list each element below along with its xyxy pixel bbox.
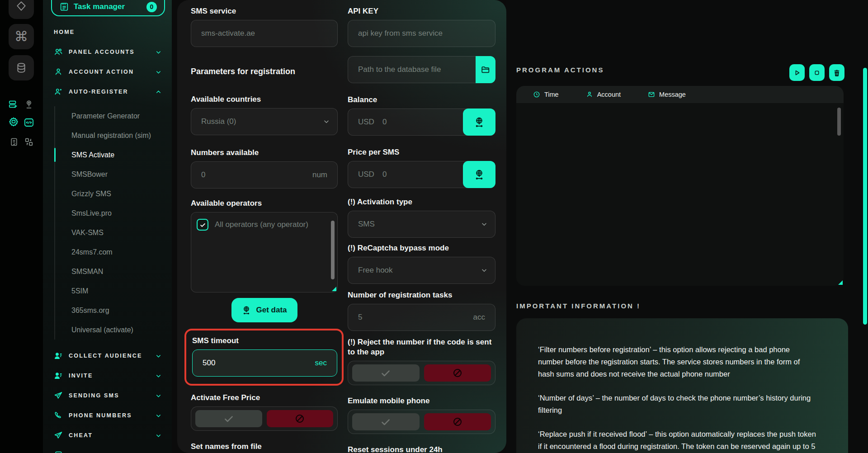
toggle-no-button[interactable]: [424, 364, 491, 382]
delete-button[interactable]: [829, 64, 844, 81]
sidebar-item-contact-book[interactable]: CONTACT BOOK: [43, 445, 172, 453]
icon-rail: ⌘: [0, 0, 43, 453]
check-icon: [380, 367, 392, 379]
get-data-button[interactable]: Get data: [231, 298, 297, 322]
code-window-icon[interactable]: [24, 117, 34, 128]
sidebar-item-home[interactable]: HOME: [43, 22, 172, 42]
column-time[interactable]: Time: [533, 91, 559, 98]
globe-network-icon: [473, 116, 485, 128]
sms-service-input[interactable]: sms-activate.ae: [191, 20, 338, 47]
chevron-down-icon: [481, 267, 488, 274]
trash-icon: [833, 69, 841, 77]
all-operators-checkbox[interactable]: [197, 219, 208, 231]
chevron-down-icon: [155, 49, 162, 56]
column-message[interactable]: Message: [648, 91, 686, 98]
server-check-icon[interactable]: [8, 99, 18, 109]
submenu-item-manual-registration[interactable]: Manual registration (sim): [55, 126, 172, 145]
db-path-input[interactable]: Path to the database file: [348, 56, 495, 83]
num-suffix: num: [312, 170, 327, 179]
play-button[interactable]: [789, 64, 805, 81]
sidebar-item-phone-numbers[interactable]: PHONE NUMBERS: [43, 406, 172, 425]
toggle-no-button[interactable]: [424, 413, 491, 430]
submenu-item-grizzly-sms[interactable]: Grizzly SMS: [55, 184, 172, 203]
sidebar-item-auto-register[interactable]: AUTO-REGISTER: [43, 82, 172, 102]
resize-grip-icon[interactable]: [332, 287, 336, 291]
globe-icon: [241, 305, 251, 315]
task-manager-button[interactable]: Task manager 0: [51, 0, 165, 16]
submenu-item-vak-sms[interactable]: VAK-SMS: [55, 223, 172, 242]
toggle-yes-button[interactable]: [195, 410, 262, 427]
available-operators-list[interactable]: All operators (any operator): [191, 212, 338, 293]
clock-icon: [533, 91, 540, 98]
info-paragraph: ‘Replace push if it received flood’ – th…: [538, 428, 816, 453]
toggle-yes-button[interactable]: [352, 413, 420, 430]
sidebar-item-label: CHEAT: [69, 432, 93, 439]
submenu-item-5sim[interactable]: 5SIM: [55, 281, 172, 301]
submenu-item-24sms7[interactable]: 24sms7.com: [55, 242, 172, 262]
sidebar-item-cheat[interactable]: CHEAT: [43, 425, 172, 445]
submenu-item-smslive-pro[interactable]: SmsLive.pro: [55, 203, 172, 223]
fetch-balance-button[interactable]: [463, 109, 495, 136]
toggle-yes-button[interactable]: [352, 364, 420, 382]
recaptcha-select[interactable]: Free hook: [348, 257, 495, 284]
params-heading: Parameters for registration: [191, 67, 338, 76]
balance-input[interactable]: USD 0: [348, 109, 495, 136]
sidebar-item-label: ACCOUNT ACTION: [69, 69, 134, 75]
person-list-icon: [54, 371, 63, 380]
command-rail-button[interactable]: ⌘: [9, 24, 34, 49]
sidebar-item-account-action[interactable]: ACCOUNT ACTION: [43, 62, 172, 82]
gem-icon: [15, 0, 27, 12]
sms-timeout-input[interactable]: 500 sec: [192, 349, 337, 377]
api-key-input[interactable]: api key from sms service: [348, 20, 495, 47]
sidebar: Task manager 0 HOME PANEL ACCOUNTS ACCOU…: [43, 0, 172, 453]
sidebar-item-label: COLLECT AUDIENCE: [69, 353, 142, 359]
submenu-item-parameter-generator[interactable]: Parameter Generator: [55, 106, 172, 126]
sidebar-item-invite[interactable]: INVITE: [43, 366, 172, 386]
submenu-item-365sms[interactable]: 365sms.org: [55, 301, 172, 320]
actions-table-header: Time Account Message: [516, 86, 844, 103]
activate-free-price-toggle: [191, 406, 338, 431]
registration-tasks-input[interactable]: 5 acc: [348, 304, 495, 331]
available-countries-select[interactable]: Russia (0): [191, 108, 338, 135]
globe-network-icon: [473, 169, 485, 180]
available-countries-label: Available countries: [191, 94, 338, 104]
table-scrollbar[interactable]: [837, 108, 841, 136]
bot-gear-icon[interactable]: [8, 116, 19, 127]
operators-scrollbar[interactable]: [331, 221, 335, 279]
price-per-sms-input[interactable]: USD 0: [348, 161, 495, 188]
program-actions-title: PROGRAM ACTIONS: [516, 66, 604, 74]
swap-icon[interactable]: [24, 137, 34, 147]
task-manager-badge: 0: [146, 2, 157, 12]
submenu-item-sms-activate[interactable]: SMS Activate: [55, 145, 172, 165]
person-plus-icon: [54, 87, 63, 96]
document-check-icon[interactable]: [9, 137, 19, 147]
numbers-available-input[interactable]: 0 num: [191, 161, 338, 189]
activation-type-label: (!) Activation type: [348, 197, 495, 207]
sidebar-item-collect-audience[interactable]: COLLECT AUDIENCE: [43, 346, 172, 366]
submenu-item-smsman[interactable]: SMSMAN: [55, 262, 172, 281]
activate-free-price-label: Activate Free Price: [191, 393, 338, 403]
activation-type-select[interactable]: SMS: [348, 211, 495, 238]
sidebar-item-label: PHONE NUMBERS: [69, 412, 132, 419]
gem-rail-button[interactable]: [9, 0, 34, 19]
column-account[interactable]: Account: [586, 91, 621, 98]
person-camera-icon[interactable]: [24, 99, 34, 109]
toggle-no-button[interactable]: [267, 410, 334, 427]
info-paragraph: ‘Filter numbers before registration’ – t…: [538, 344, 816, 380]
window-scrollbar[interactable]: [863, 68, 867, 325]
resize-grip-icon[interactable]: [838, 280, 843, 285]
database-rail-button[interactable]: [9, 55, 34, 80]
actions-table-body[interactable]: [516, 103, 844, 286]
fetch-price-button[interactable]: [463, 161, 495, 188]
chevron-down-icon: [155, 69, 162, 76]
submenu-item-smsbower[interactable]: SMSBower: [55, 165, 172, 184]
database-icon: [15, 62, 27, 74]
sidebar-item-sending-sms[interactable]: SENDING SMS: [43, 386, 172, 406]
submenu-item-universal[interactable]: Universal (activate): [55, 320, 172, 340]
folder-icon: [481, 65, 491, 75]
info-paragraph: ‘Number of days’ – the number of days to…: [538, 392, 816, 416]
sidebar-item-panel-accounts[interactable]: PANEL ACCOUNTS: [43, 42, 172, 62]
stop-button[interactable]: [809, 64, 825, 81]
browse-folder-button[interactable]: [476, 56, 495, 83]
program-actions-panel: PROGRAM ACTIONS Time Account: [506, 0, 868, 453]
